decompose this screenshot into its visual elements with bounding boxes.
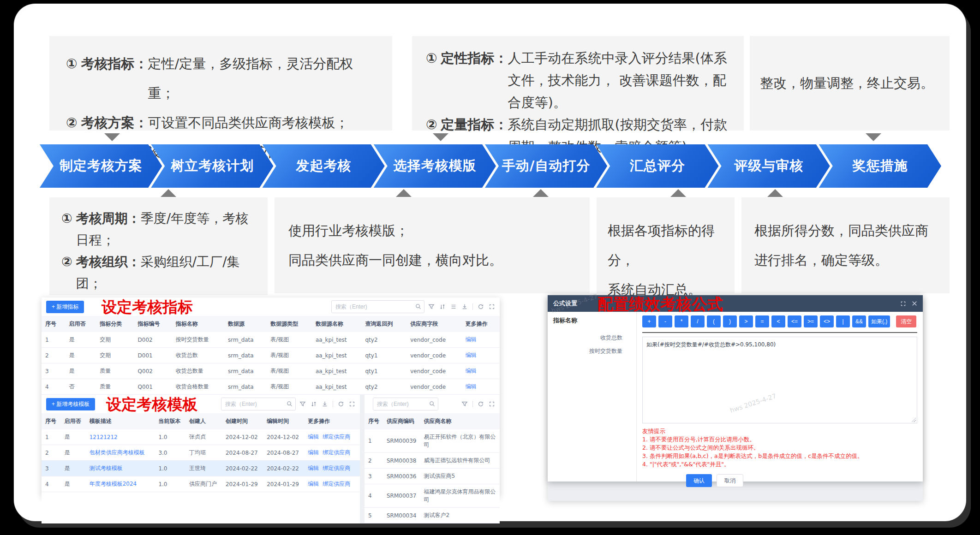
action-link[interactable]: 编辑 xyxy=(466,368,477,374)
action-link[interactable]: 12121212 xyxy=(90,434,118,440)
operator-button[interactable]: | xyxy=(836,315,850,327)
arrow-up-icon xyxy=(767,189,783,197)
sidebar-item[interactable]: 按时交货数量 xyxy=(553,345,631,358)
note-line: ①考核周期：季度/年度等，考核日程； xyxy=(61,208,256,251)
fullscreen-icon[interactable] xyxy=(489,401,495,407)
action-link[interactable]: 编辑 xyxy=(466,383,477,390)
sort-icon[interactable] xyxy=(311,401,317,407)
column-header: 创建时间 xyxy=(222,413,263,429)
table-row: 3SRM00036测试供应商5 xyxy=(365,469,500,484)
filter-icon[interactable] xyxy=(299,401,306,407)
cell: aa_kpi_test xyxy=(312,348,362,363)
modal-header-icons xyxy=(900,301,917,307)
supplier-search[interactable] xyxy=(373,398,438,410)
columns-icon[interactable] xyxy=(450,303,457,310)
action-link[interactable]: 编辑 xyxy=(308,434,319,440)
cell: qty2 xyxy=(361,379,406,395)
cell: D001 xyxy=(134,348,172,363)
filter-icon[interactable] xyxy=(461,401,468,407)
operator-button[interactable]: - xyxy=(658,315,672,327)
action-link[interactable]: 编辑 xyxy=(308,465,319,471)
action-link[interactable]: 编辑 xyxy=(466,352,477,358)
action-link[interactable]: 年度考核模板2024 xyxy=(90,481,137,487)
operator-button[interactable]: + xyxy=(642,315,656,327)
operator-list: +-*/()>=<<=>=<>|&&如果(,) xyxy=(642,315,890,327)
cell: 1 xyxy=(365,429,383,453)
cell: srm_data xyxy=(224,332,267,348)
search-icon xyxy=(287,400,293,409)
close-icon[interactable] xyxy=(912,301,917,306)
cell: vendor_code xyxy=(406,379,461,395)
search-input[interactable] xyxy=(221,401,295,407)
indicator-search[interactable] xyxy=(331,300,424,313)
fullscreen-icon[interactable] xyxy=(489,303,495,310)
formula-textarea[interactable]: 如果(#按时交货数量#/#收货总数#>0.95,100,80) xyxy=(642,337,917,423)
table-row: 4SRM00037福建鸿星尔克体育用品有限公司 xyxy=(365,484,500,508)
cell: qty1 xyxy=(361,348,406,363)
download-icon[interactable] xyxy=(461,303,468,310)
table-row: 1是交期D002按时交货数量srm_data表/视图aa_kpi_testqty… xyxy=(42,332,500,348)
operator-button[interactable]: <> xyxy=(820,315,834,327)
cell: 编辑绑定供应商 xyxy=(304,429,360,445)
clear-button[interactable]: 清空 xyxy=(896,315,916,327)
operator-button[interactable]: ( xyxy=(707,315,721,327)
operator-button[interactable]: && xyxy=(852,315,866,327)
note-auto-summary: 根据各项指标的得分，系统自动汇总。 xyxy=(597,197,735,293)
cell: 收货合格数量 xyxy=(172,379,224,395)
cell: 2 xyxy=(42,445,61,461)
cancel-button[interactable]: 取消 xyxy=(717,474,743,487)
action-link[interactable]: 编辑 xyxy=(466,336,477,343)
filter-icon[interactable] xyxy=(428,303,435,310)
template-search[interactable] xyxy=(221,398,296,410)
refresh-icon[interactable] xyxy=(478,303,484,310)
operator-button[interactable]: * xyxy=(675,315,688,327)
resize-grip-icon[interactable] xyxy=(911,417,916,422)
action-link[interactable]: 编辑 xyxy=(308,449,319,456)
operator-button[interactable]: >= xyxy=(804,315,818,327)
sidebar-item[interactable]: 收货总数 xyxy=(553,331,631,345)
operator-button[interactable]: > xyxy=(739,315,753,327)
action-link[interactable]: 编辑 xyxy=(308,481,319,487)
fullscreen-icon[interactable] xyxy=(349,401,355,407)
operator-button[interactable]: < xyxy=(771,315,785,327)
formula-text: 如果(#按时交货数量#/#收货总数#>0.95,100,80) xyxy=(646,341,776,348)
sort-icon[interactable] xyxy=(439,303,446,310)
arrow-down-icon xyxy=(433,133,448,141)
item-text: 定性/定量，多级指标，灵活分配权重； xyxy=(148,49,376,108)
refresh-icon[interactable] xyxy=(478,401,484,407)
search-input[interactable] xyxy=(332,303,424,310)
column-header: 启用否 xyxy=(65,316,96,332)
action-link[interactable]: 绑定供应商 xyxy=(323,434,350,440)
action-link[interactable]: 绑定供应商 xyxy=(323,481,350,487)
indicator-toolbar: + 新增指标 设定考核指标 xyxy=(42,297,500,316)
fullscreen-icon[interactable] xyxy=(900,301,906,307)
column-header: 更多操作 xyxy=(304,413,360,429)
item-text: 人工手动在系统中录入评分结果(体系文件，技术能力， 改善课题件数，配合度等)。 xyxy=(508,47,730,113)
refresh-icon[interactable] xyxy=(338,401,344,407)
indicator-section: + 新增指标 设定考核指标 序号启用否指标分类指标编号指标名称数据源数 xyxy=(42,297,500,395)
operator-button[interactable]: ) xyxy=(723,315,737,327)
action-link[interactable]: 测试考核模板 xyxy=(90,465,123,471)
flow-step: 评级与审核 xyxy=(708,144,830,188)
action-link[interactable]: 绑定供应商 xyxy=(323,465,350,471)
confirm-button[interactable]: 确认 xyxy=(686,474,712,487)
friendly-tips: 友情提示 1. 请不要使用百分号,计算百分比请用小数。2. 请不要让公式与公式之… xyxy=(642,427,917,469)
download-icon[interactable] xyxy=(322,401,328,407)
note-line: ①考核指标：定性/定量，多级指标，灵活分配权重； xyxy=(66,49,376,108)
operator-button[interactable]: / xyxy=(691,315,705,327)
action-link[interactable]: 绑定供应商 xyxy=(323,449,350,456)
add-template-button[interactable]: + 新增考核模板 xyxy=(46,398,95,410)
cell: 收货总数量 xyxy=(172,363,224,379)
operator-button[interactable]: <= xyxy=(788,315,801,327)
add-indicator-button[interactable]: + 新增指标 xyxy=(46,301,84,313)
search-input[interactable] xyxy=(373,401,438,407)
cell: 1 xyxy=(42,332,65,348)
cell: 是 xyxy=(61,476,86,492)
table-row: 2SRM00038威海正德弘远软件有限公司 xyxy=(365,453,500,469)
operator-button[interactable]: 如果(,) xyxy=(868,315,890,327)
table-row: 1是121212121.0张贞贞2024-12-022024-12-02编辑绑定… xyxy=(42,429,360,445)
operator-button[interactable]: = xyxy=(755,315,769,327)
action-link[interactable]: 包材类供应商考核模板 xyxy=(90,449,145,456)
cell: 2 xyxy=(42,348,65,363)
cell: 是 xyxy=(61,461,86,476)
